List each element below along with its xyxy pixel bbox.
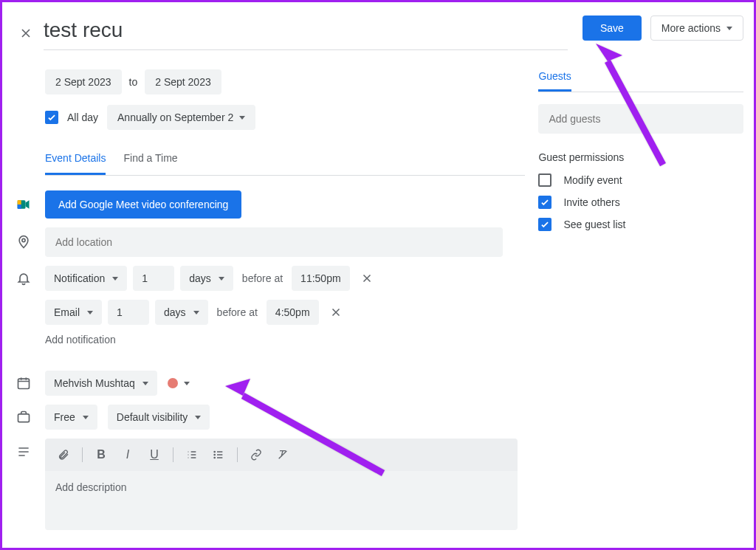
add-meet-button[interactable]: Add Google Meet video conferencing <box>45 190 241 219</box>
remove-notification-button[interactable] <box>325 301 347 323</box>
calendar-dropdown[interactable]: Mehvish Mushtaq <box>45 371 157 396</box>
tab-find-time[interactable]: Find a Time <box>123 152 177 175</box>
start-date-chip[interactable]: 2 Sept 2023 <box>45 69 122 94</box>
calendar-name-label: Mehvish Mushtaq <box>54 377 135 389</box>
invite-others-label: Invite others <box>563 196 619 208</box>
see-guest-list-checkbox[interactable] <box>538 218 551 231</box>
bullet-list-button[interactable] <box>207 444 230 465</box>
description-input[interactable]: Add description <box>45 471 518 530</box>
to-label: to <box>129 76 138 88</box>
chevron-down-icon <box>239 116 245 120</box>
close-icon <box>329 306 343 319</box>
chevron-down-icon <box>726 27 732 30</box>
tab-event-details[interactable]: Event Details <box>45 152 106 175</box>
notification-unit-label: days <box>189 272 211 284</box>
before-label: before at <box>214 306 261 318</box>
meet-icon <box>13 197 35 212</box>
close-icon <box>360 272 374 285</box>
notification-icon <box>13 271 35 286</box>
chevron-down-icon <box>87 311 93 314</box>
location-icon <box>13 235 35 250</box>
briefcase-icon <box>13 410 35 424</box>
notification-unit-dropdown[interactable]: days <box>155 300 208 325</box>
notification-unit-dropdown[interactable]: days <box>180 266 233 291</box>
invite-others-checkbox[interactable] <box>538 196 551 209</box>
notification-unit-label: days <box>164 306 186 318</box>
close-icon <box>18 26 33 41</box>
attach-button[interactable] <box>52 444 75 465</box>
svg-point-7 <box>214 454 215 455</box>
recurrence-dropdown[interactable]: Annually on September 2 <box>107 105 255 130</box>
svg-rect-1 <box>18 200 21 204</box>
notification-time-input[interactable]: 4:50pm <box>267 300 319 325</box>
visibility-label: Default visibility <box>117 411 188 423</box>
modify-event-label: Modify event <box>563 174 622 186</box>
add-notification-button[interactable]: Add notification <box>45 334 116 346</box>
check-icon <box>540 197 550 207</box>
event-title-input[interactable] <box>44 16 568 50</box>
numbered-list-button[interactable] <box>181 444 203 465</box>
check-icon <box>47 112 57 123</box>
availability-label: Free <box>54 411 75 423</box>
save-button[interactable]: Save <box>583 16 642 41</box>
chevron-down-icon <box>219 277 224 281</box>
chevron-down-icon <box>142 382 148 385</box>
notification-count-input[interactable]: 1 <box>133 266 174 291</box>
svg-rect-4 <box>18 379 30 388</box>
italic-button[interactable]: I <box>117 444 139 465</box>
more-actions-label: More actions <box>662 22 721 34</box>
see-guest-list-label: See guest list <box>563 219 625 230</box>
chevron-down-icon <box>195 416 201 419</box>
notification-count-input[interactable]: 1 <box>108 300 149 325</box>
recurrence-label: Annually on September 2 <box>117 111 233 123</box>
chevron-down-icon <box>112 277 118 281</box>
visibility-dropdown[interactable]: Default visibility <box>108 405 210 430</box>
svg-point-3 <box>22 238 25 241</box>
description-toolbar: B I U <box>45 439 518 471</box>
modify-event-checkbox[interactable] <box>538 173 551 187</box>
add-guests-input[interactable] <box>538 104 743 134</box>
underline-button[interactable]: U <box>143 444 165 465</box>
end-date-chip[interactable]: 2 Sept 2023 <box>145 69 221 94</box>
chevron-down-icon <box>184 382 190 385</box>
chevron-down-icon <box>83 416 89 419</box>
more-actions-button[interactable]: More actions <box>650 16 743 41</box>
check-icon <box>540 219 550 230</box>
close-button[interactable] <box>13 20 39 47</box>
notification-type-label: Email <box>54 306 80 318</box>
color-swatch <box>168 378 178 388</box>
svg-rect-5 <box>18 414 30 422</box>
tab-guests[interactable]: Guests <box>538 70 571 92</box>
svg-rect-2 <box>18 204 21 209</box>
notification-time-input[interactable]: 11:50pm <box>292 266 349 291</box>
notification-type-dropdown[interactable]: Email <box>45 300 102 325</box>
notification-type-dropdown[interactable]: Notification <box>45 266 127 291</box>
remove-notification-button[interactable] <box>356 267 378 289</box>
svg-point-6 <box>214 451 215 452</box>
color-picker[interactable] <box>168 378 190 388</box>
before-label: before at <box>239 272 286 284</box>
link-button[interactable] <box>245 444 267 465</box>
all-day-label: All day <box>67 111 98 123</box>
bold-button[interactable]: B <box>90 444 112 465</box>
all-day-checkbox[interactable] <box>45 111 58 124</box>
chevron-down-icon <box>193 311 199 314</box>
location-input[interactable] <box>45 227 503 257</box>
clear-format-button[interactable] <box>272 444 294 465</box>
description-icon <box>13 444 35 459</box>
notification-type-label: Notification <box>54 272 105 284</box>
svg-point-8 <box>214 457 215 458</box>
availability-dropdown[interactable]: Free <box>45 405 97 430</box>
calendar-icon <box>13 376 35 391</box>
permissions-heading: Guest permissions <box>538 151 743 163</box>
